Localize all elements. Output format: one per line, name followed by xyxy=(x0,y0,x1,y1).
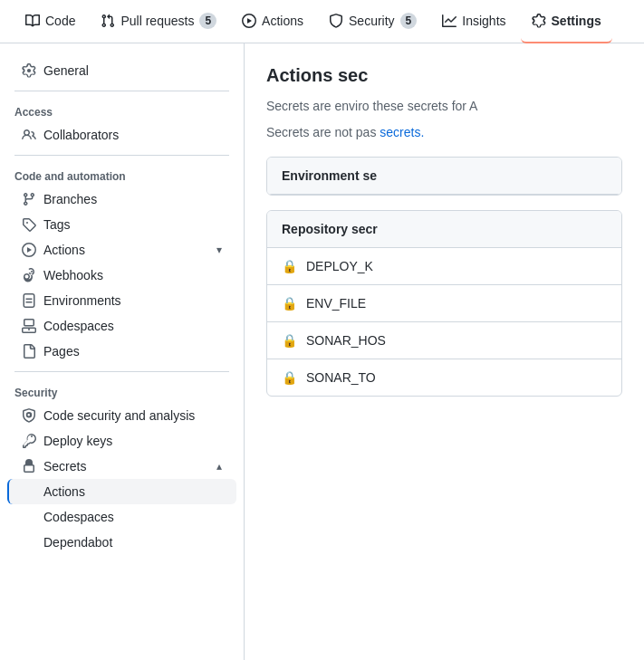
nav-insights[interactable]: Insights xyxy=(431,0,516,43)
sidebar-divider-1 xyxy=(14,91,229,91)
nav-security-label: Security xyxy=(349,14,395,28)
sidebar-item-collaborators[interactable]: Collaborators xyxy=(7,122,236,148)
actions-item-left: Actions xyxy=(22,243,85,257)
nav-pull-requests[interactable]: Pull requests 5 xyxy=(90,0,227,43)
sidebar-general-label: General xyxy=(43,63,89,78)
security-badge: 5 xyxy=(400,13,418,29)
secrets-chevron-icon: ▴ xyxy=(216,460,222,473)
nav-pr-label: Pull requests xyxy=(120,14,194,28)
repository-secrets-header: Repository secr xyxy=(267,211,621,248)
branches-icon xyxy=(22,192,36,206)
page-title: Actions sec xyxy=(266,65,622,86)
secrets-sub-items: Actions Codespaces Dependabot xyxy=(0,479,244,555)
pull-request-icon xyxy=(101,14,115,28)
security-nav-icon xyxy=(329,14,343,28)
webhooks-label: Webhooks xyxy=(43,268,103,282)
pages-icon xyxy=(22,344,36,359)
sidebar-item-actions-secrets[interactable]: Actions xyxy=(7,479,236,504)
nav-settings[interactable]: Settings xyxy=(521,0,612,43)
environment-secrets-card: Environment se xyxy=(266,157,622,196)
actions-sidebar-icon xyxy=(22,243,36,257)
main-layout: General Access Collaborators Code and au… xyxy=(0,43,644,660)
sidebar-divider-2 xyxy=(14,155,229,156)
actions-secrets-label: Actions xyxy=(43,484,85,499)
sidebar-divider-3 xyxy=(14,371,229,372)
general-icon xyxy=(22,63,36,78)
secret-row-2[interactable]: 🔒 SONAR_HOS xyxy=(267,322,621,359)
sidebar-item-webhooks[interactable]: Webhooks xyxy=(7,263,236,288)
lock-icon-0: 🔒 xyxy=(282,259,297,273)
code-icon xyxy=(25,14,40,28)
nav-code[interactable]: Code xyxy=(14,0,86,43)
tags-label: Tags xyxy=(43,217,71,232)
code-security-icon xyxy=(22,408,36,423)
nav-security[interactable]: Security 5 xyxy=(318,0,428,43)
branches-label: Branches xyxy=(43,192,97,206)
secret-row-0[interactable]: 🔒 DEPLOY_K xyxy=(267,248,621,285)
nav-actions-label: Actions xyxy=(262,14,303,28)
actions-sidebar-label: Actions xyxy=(43,243,85,257)
access-section-label: Access xyxy=(0,99,244,122)
sidebar: General Access Collaborators Code and au… xyxy=(0,43,245,660)
main-content: Actions sec Secrets are enviro these sec… xyxy=(245,43,644,660)
sidebar-section-security: Security Code security and analysis Depl… xyxy=(0,379,244,555)
settings-nav-icon xyxy=(532,14,546,28)
security-section-label: Security xyxy=(0,379,244,403)
codespaces-icon xyxy=(22,319,36,333)
sidebar-item-codespaces-secrets[interactable]: Codespaces xyxy=(7,504,236,530)
actions-chevron-icon: ▾ xyxy=(216,244,222,256)
sidebar-item-dependabot-secrets[interactable]: Dependabot xyxy=(7,530,236,555)
secret-name-0: DEPLOY_K xyxy=(306,259,373,273)
sidebar-section-access: Access Collaborators xyxy=(0,99,244,148)
sidebar-item-pages[interactable]: Pages xyxy=(7,339,236,364)
desc-line1: Secrets are enviro these secrets for A xyxy=(266,97,622,116)
lock-icon-3: 🔒 xyxy=(282,370,297,385)
sidebar-item-branches[interactable]: Branches xyxy=(7,187,236,212)
sidebar-item-codespaces[interactable]: Codespaces xyxy=(7,313,236,339)
sidebar-item-general[interactable]: General xyxy=(7,58,236,83)
webhooks-icon xyxy=(22,268,36,282)
desc-line2: Secrets are not pas secrets. xyxy=(266,123,622,142)
sidebar-section-code-automation: Code and automation Branches Tags xyxy=(0,163,244,364)
sidebar-item-deploy-keys[interactable]: Deploy keys xyxy=(7,428,236,454)
lock-icon-2: 🔒 xyxy=(282,333,297,348)
sidebar-item-code-security[interactable]: Code security and analysis xyxy=(7,403,236,428)
codespaces-label: Codespaces xyxy=(43,319,114,333)
environment-secrets-header: Environment se xyxy=(267,158,621,195)
dependabot-secrets-label: Dependabot xyxy=(43,535,112,550)
sidebar-item-secrets[interactable]: Secrets ▴ xyxy=(7,454,236,479)
desc-line2-text: Secrets are not pas xyxy=(266,125,376,139)
sidebar-item-environments[interactable]: Environments xyxy=(7,288,236,313)
repository-secrets-card: Repository secr 🔒 DEPLOY_K 🔒 ENV_FILE 🔒 … xyxy=(266,210,622,397)
secrets-item-left: Secrets xyxy=(22,459,86,473)
secret-row-3[interactable]: 🔒 SONAR_TO xyxy=(267,359,621,396)
secret-name-2: SONAR_HOS xyxy=(306,333,386,348)
environments-label: Environments xyxy=(43,293,121,308)
collaborators-icon xyxy=(22,128,36,142)
secret-name-1: ENV_FILE xyxy=(306,296,366,311)
nav-settings-label: Settings xyxy=(552,14,601,28)
top-nav: Code Pull requests 5 Actions Security 5 … xyxy=(0,0,644,43)
secrets-link[interactable]: secrets. xyxy=(380,125,424,139)
environments-icon xyxy=(22,293,36,308)
secret-row-1[interactable]: 🔒 ENV_FILE xyxy=(267,285,621,322)
pages-label: Pages xyxy=(43,344,80,359)
nav-insights-label: Insights xyxy=(462,14,505,28)
codespaces-secrets-label: Codespaces xyxy=(43,510,114,524)
nav-actions[interactable]: Actions xyxy=(231,0,314,43)
secret-name-3: SONAR_TO xyxy=(306,370,376,385)
deploy-keys-icon xyxy=(22,434,36,448)
pr-badge: 5 xyxy=(199,13,216,29)
code-security-label: Code security and analysis xyxy=(43,408,195,423)
tags-icon xyxy=(22,217,36,232)
sidebar-item-actions[interactable]: Actions ▾ xyxy=(7,237,236,263)
nav-code-label: Code xyxy=(45,14,75,28)
sidebar-item-tags[interactable]: Tags xyxy=(7,212,236,237)
collaborators-label: Collaborators xyxy=(43,128,119,142)
secrets-icon xyxy=(22,459,36,473)
secrets-label: Secrets xyxy=(43,459,86,473)
deploy-keys-label: Deploy keys xyxy=(43,434,112,448)
lock-icon-1: 🔒 xyxy=(282,296,297,311)
insights-nav-icon xyxy=(442,14,457,28)
code-automation-section-label: Code and automation xyxy=(0,163,244,187)
